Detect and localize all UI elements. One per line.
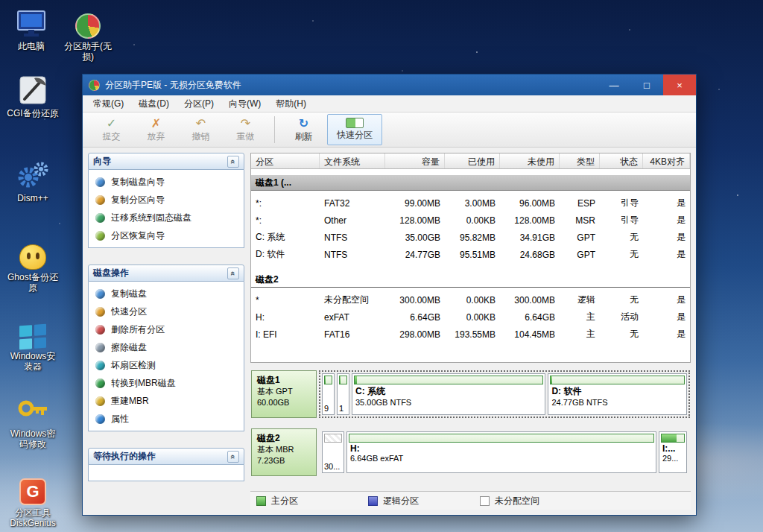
desktop-icon-label: Ghost备份还原 (6, 272, 60, 293)
column-header-capacity[interactable]: 容量 (385, 153, 445, 168)
desktop-icon-diskgenius[interactable]: G 分区工具 DiskGenius (6, 472, 60, 528)
table-cell: 主 (560, 311, 600, 323)
pending-operations-list[interactable] (88, 465, 244, 481)
bad-sector-test-icon (95, 361, 105, 370)
column-header-4kalign[interactable]: 4KB对齐 (643, 153, 690, 168)
table-row[interactable]: C: 系统 NTFS 35.00GB 95.82MB 34.91GB GPT 无… (251, 229, 690, 246)
sidebar-item-migrate-os-ssd[interactable]: 迁移系统到固态磁盘 (89, 209, 244, 227)
column-header-unused[interactable]: 未使用 (500, 153, 560, 168)
sidebar-item-rebuild-mbr[interactable]: 重建MBR (89, 392, 244, 410)
table-row[interactable]: *: Other 128.00MB 0.00KB 128.00MB MSR 引导… (251, 212, 690, 229)
title-bar[interactable]: 分区助手PE版 - 无损分区免费软件 — □ × (83, 75, 696, 95)
table-cell: 无 (600, 328, 643, 341)
legend-label: 主分区 (271, 495, 298, 507)
convert-to-mbr-icon (95, 379, 105, 388)
sidebar-item-convert-to-mbr[interactable]: 转换到MBR磁盘 (89, 374, 244, 392)
sidebar-item-quick-partition[interactable]: 快速分区 (89, 303, 244, 320)
menu-help[interactable]: 帮助(H) (268, 95, 314, 113)
partition-block-i[interactable]: I:... 29... (659, 431, 687, 473)
table-row[interactable]: I: EFI FAT16 298.00MB 193.55MB 104.45MB … (251, 326, 690, 343)
partition-block-unallocated[interactable]: 30... (322, 431, 344, 473)
desktop-icon-windows-installer[interactable]: Windows安装器 (6, 316, 60, 372)
table-cell: 6.64GB (385, 312, 445, 323)
table-cell: 0.00KB (445, 215, 500, 226)
unallocated-swatch (480, 496, 490, 506)
disk-operations-header[interactable]: 磁盘操作 « (88, 265, 244, 282)
pending-operations-header[interactable]: 等待执行的操作 « (88, 448, 244, 465)
disk-map: 磁盘1 基本 GPT 60.00GB 9 1 (250, 363, 691, 491)
discard-button[interactable]: ✗ 放弃 (135, 114, 177, 145)
desktop-icon-dism[interactable]: Dism++ (6, 158, 60, 203)
sidebar-item-bad-sector-test[interactable]: 坏扇区检测 (89, 356, 244, 374)
desktop-icon-partition-assistant[interactable]: 分区助手(无损) (63, 6, 113, 62)
usage-strip (324, 376, 332, 384)
redo-button[interactable]: ↷ 重做 (224, 114, 267, 145)
refresh-button[interactable]: ↻ 刷新 (282, 114, 325, 145)
menu-wizard[interactable]: 向导(W) (221, 95, 268, 113)
table-cell: 128.00MB (385, 215, 445, 226)
logical-partition-swatch (368, 496, 378, 506)
sidebar-item-copy-disk[interactable]: 复制磁盘 (89, 285, 244, 303)
column-header-used[interactable]: 已使用 (445, 153, 500, 168)
partition-block-msr[interactable]: 1 (337, 373, 349, 415)
sidebar-item-copy-partition-wizard[interactable]: 复制分区向导 (89, 191, 244, 209)
sidebar-item-copy-disk-wizard[interactable]: 复制磁盘向导 (89, 173, 244, 191)
collapse-icon[interactable]: « (227, 267, 239, 279)
column-header-type[interactable]: 类型 (560, 153, 600, 168)
desktop-icon-ghost-backup[interactable]: Ghost备份还原 (6, 237, 60, 293)
close-button[interactable]: × (663, 75, 696, 95)
table-cell: 34.91GB (500, 232, 560, 243)
disk2-map-label[interactable]: 磁盘2 基本 MBR 7.23GB (251, 428, 317, 476)
menu-partition[interactable]: 分区(P) (177, 95, 221, 113)
undo-button[interactable]: ↶ 撤销 (180, 114, 222, 145)
table-cell: *: (251, 198, 320, 209)
sidebar-item-properties[interactable]: 属性 (89, 410, 244, 428)
menu-general[interactable]: 常规(G) (86, 95, 131, 113)
commit-button[interactable]: ✓ 提交 (90, 114, 133, 145)
toolbar-separator (274, 116, 275, 143)
desktop-icon-this-pc[interactable]: 此电脑 (7, 6, 55, 51)
partition-text: 1 (338, 404, 349, 414)
usage-strip (354, 376, 543, 384)
table-row[interactable]: *: FAT32 99.00MB 3.00MB 96.00MB ESP 引导 是 (251, 194, 690, 212)
disk1-map-label[interactable]: 磁盘1 基本 GPT 60.00GB (251, 370, 317, 418)
table-cell: 逻辑 (560, 294, 600, 306)
menu-disk[interactable]: 磁盘(D) (131, 95, 177, 113)
partition-block-h[interactable]: H: 6.64GB exFAT (346, 431, 656, 473)
legend-logical: 逻辑分区 (368, 495, 480, 507)
sidebar-item-delete-all-partitions[interactable]: 删除所有分区 (89, 320, 244, 338)
collapse-icon[interactable]: « (227, 156, 239, 168)
table-cell: D: 软件 (251, 248, 320, 261)
column-header-status[interactable]: 状态 (600, 153, 643, 168)
maximize-button[interactable]: □ (630, 75, 663, 95)
disk2-group-row[interactable]: 磁盘2 (251, 272, 690, 288)
this-pc-icon (7, 6, 55, 39)
table-row[interactable]: H: exFAT 6.64GB 0.00KB 6.64GB 主 活动 是 (251, 308, 690, 326)
table-cell: 104.45MB (500, 329, 560, 340)
table-cell: 是 (643, 231, 690, 244)
table-row[interactable]: * 未分配空间 300.00MB 0.00KB 300.00MB 逻辑 无 是 (251, 291, 690, 308)
windows-password-icon (6, 393, 60, 426)
table-cell: 35.00GB (385, 232, 445, 243)
collapse-icon[interactable]: « (227, 451, 239, 463)
column-header-partition[interactable]: 分区 (251, 153, 320, 168)
table-cell: 是 (643, 197, 690, 209)
partition-block-esp[interactable]: 9 (322, 373, 335, 415)
partition-block-c[interactable]: C: 系统 35.00GB NTFS (352, 373, 545, 415)
quick-partition-button[interactable]: 快速分区 (327, 114, 382, 145)
minimize-button[interactable]: — (598, 75, 630, 95)
disk1-group-row[interactable]: 磁盘1 (... (251, 175, 690, 191)
redo-icon: ↷ (241, 117, 250, 130)
desktop-icon-windows-password[interactable]: Windows密码修改 (6, 393, 60, 449)
sidebar-item-partition-recovery[interactable]: 分区恢复向导 (89, 227, 244, 244)
partition-block-d[interactable]: D: 软件 24.77GB NTFS (548, 373, 687, 415)
table-cell: NTFS (320, 232, 385, 243)
sidebar-item-wipe-disk[interactable]: 擦除磁盘 (89, 338, 244, 356)
table-row[interactable]: D: 软件 NTFS 24.77GB 95.51MB 24.68GB GPT 无… (251, 246, 690, 263)
partition-text: 9 (323, 404, 334, 414)
desktop-icon-cgi-backup[interactable]: CGI备份还原 (6, 73, 60, 118)
properties-icon (95, 414, 105, 424)
column-header-filesystem[interactable]: 文件系统 (320, 153, 385, 168)
desktop-icon-label: 此电脑 (7, 41, 55, 51)
wizard-panel-header[interactable]: 向导 « (88, 153, 244, 170)
